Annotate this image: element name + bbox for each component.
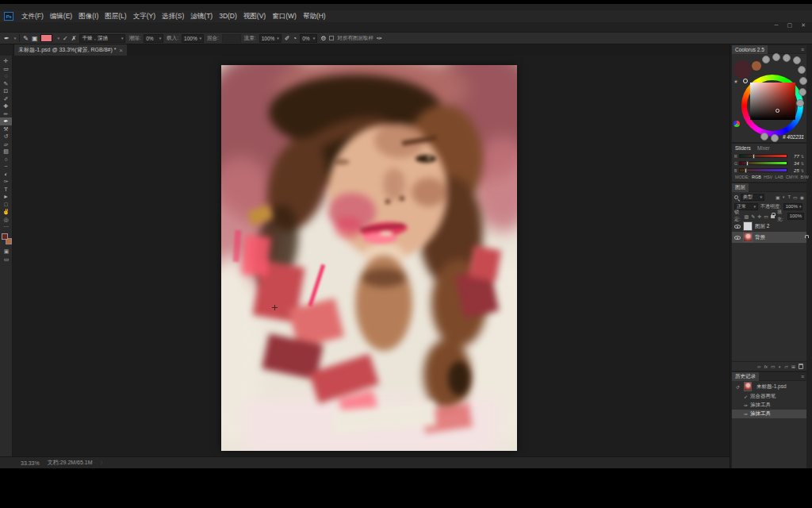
mixer-swatch[interactable]: [762, 56, 770, 64]
fill-input[interactable]: 100%: [787, 213, 804, 220]
layer-filter-select[interactable]: 类型 ▾: [741, 194, 764, 201]
link-layers-icon[interactable]: ∞: [757, 364, 760, 369]
brush-load-color-swatch[interactable]: [40, 34, 52, 42]
delete-layer-icon[interactable]: [799, 364, 803, 369]
slider-handle[interactable]: [745, 168, 747, 173]
layer-row-图层 2[interactable]: 图层 2: [732, 221, 806, 232]
channel-value[interactable]: 77: [789, 154, 799, 159]
rgb-mode-icon[interactable]: [733, 121, 740, 127]
tool-clone-stamp[interactable]: ⚒: [0, 125, 12, 133]
menu-item[interactable]: 帮助(H): [300, 10, 329, 22]
mode-rgb[interactable]: RGB: [752, 175, 761, 179]
tool-history-brush[interactable]: ↺: [0, 133, 12, 140]
secondary-color-swatch[interactable]: [752, 61, 761, 71]
mixer-swatch[interactable]: [799, 77, 807, 85]
document-tab[interactable]: 未标题-1.psd @ 33.3%(背景, RGB/8#) * ×: [14, 44, 127, 56]
tool-gradient[interactable]: ▧: [0, 148, 12, 156]
filter-adjustment-icon[interactable]: ◐: [783, 194, 786, 200]
menu-item[interactable]: 窗口(W): [269, 10, 300, 22]
canvas-document[interactable]: [221, 65, 517, 451]
tool-path-select[interactable]: ►: [0, 193, 12, 201]
lock-artboard-icon[interactable]: ▭: [764, 214, 768, 219]
channel-slider[interactable]: [739, 161, 787, 165]
layers-tab[interactable]: 图层: [732, 183, 749, 192]
tool-zoom[interactable]: ◎: [0, 216, 12, 224]
saturation-value-square[interactable]: [750, 83, 795, 120]
tool-hand[interactable]: ✌: [0, 208, 12, 216]
quick-mask-icon[interactable]: ▣: [0, 248, 13, 256]
tool-lasso[interactable]: ◌: [0, 72, 12, 80]
hue-cursor[interactable]: [743, 79, 748, 83]
mode-lab[interactable]: LAB: [775, 175, 783, 179]
tool-mixer-brush[interactable]: ✒: [0, 117, 12, 125]
close-icon[interactable]: ✕: [801, 22, 806, 29]
sv-cursor[interactable]: [776, 109, 779, 113]
filter-smart-icon[interactable]: ◉: [800, 194, 804, 200]
channel-slider[interactable]: [739, 168, 787, 172]
swatch-caret-icon[interactable]: ▾: [57, 36, 59, 40]
tool-edit-toolbar[interactable]: ⋯: [0, 223, 12, 231]
smoothing-icon[interactable]: ◔: [293, 35, 297, 42]
mix-input[interactable]: [222, 34, 241, 43]
layer-thumbnail[interactable]: [743, 221, 753, 231]
tool-type[interactable]: T: [0, 186, 12, 194]
lock-paint-icon[interactable]: ✎: [751, 214, 755, 219]
mixer-swatch[interactable]: [760, 133, 768, 140]
tool-pen[interactable]: ✑: [0, 178, 12, 186]
mixer-swatch[interactable]: [798, 66, 806, 74]
mixer-swatch[interactable]: [783, 54, 791, 62]
lock-transparency-icon[interactable]: ▨: [745, 214, 749, 219]
menu-item[interactable]: 图像(I): [75, 10, 102, 22]
panel-menu-icon[interactable]: ≡: [801, 374, 804, 379]
adjustment-layer-icon[interactable]: ◐: [779, 364, 782, 369]
gear-icon[interactable]: ⚙: [320, 35, 326, 42]
primary-color-swatch[interactable]: [733, 60, 752, 79]
history-item[interactable]: ↺ 未标题-1.psd: [732, 381, 806, 392]
tool-quick-select[interactable]: ✎: [0, 80, 12, 88]
filter-type-icon[interactable]: T: [787, 194, 791, 200]
channel-slider[interactable]: [739, 154, 787, 158]
tool-preset-icon[interactable]: ✒: [4, 35, 10, 42]
menu-item[interactable]: 文字(Y): [130, 10, 159, 22]
slider-handle[interactable]: [746, 161, 749, 166]
slider-handle[interactable]: [753, 154, 755, 159]
brightness-icon[interactable]: ☀: [733, 79, 737, 84]
history-item[interactable]: ✑ 涂抹工具: [732, 410, 806, 418]
tool-blur[interactable]: ○: [0, 156, 12, 164]
mixer-swatch[interactable]: [772, 53, 780, 61]
menu-item[interactable]: 文件(F): [18, 10, 47, 22]
mixer-swatch[interactable]: [771, 134, 779, 142]
wet-input[interactable]: 0% ▾: [144, 34, 163, 43]
menu-item[interactable]: 编辑(E): [47, 10, 75, 22]
flow-input[interactable]: 100% ▾: [259, 34, 282, 43]
foreground-color-swatch[interactable]: [2, 233, 8, 240]
clean-brush-icon[interactable]: ✗: [71, 35, 77, 42]
zoom-level[interactable]: 33.33%: [21, 460, 40, 466]
layer-group-icon[interactable]: ▱: [784, 364, 788, 369]
tool-healing-brush[interactable]: ✚: [0, 102, 12, 110]
lock-all-icon[interactable]: [771, 215, 775, 218]
menu-item[interactable]: 选择(S): [159, 10, 187, 22]
status-menu-chevron-icon[interactable]: 〉: [101, 460, 105, 467]
menu-item[interactable]: 3D(D): [216, 10, 240, 22]
maximize-icon[interactable]: ▢: [787, 22, 793, 29]
mixer-swatch[interactable]: [799, 88, 806, 96]
pressure-size-icon[interactable]: ✑: [377, 35, 382, 42]
mixer-preset-select[interactable]: 干燥，深描 ▾: [79, 34, 125, 43]
visibility-eye-icon[interactable]: [734, 236, 741, 240]
panel-toggle-icon[interactable]: ▣: [32, 35, 38, 42]
new-layer-icon[interactable]: ⊞: [791, 364, 795, 369]
history-item[interactable]: ✓ 混合器画笔: [732, 392, 806, 401]
history-item[interactable]: ✑ 涂抹工具: [732, 401, 806, 410]
visibility-eye-icon[interactable]: [734, 225, 741, 229]
channel-value[interactable]: 25: [789, 168, 799, 173]
tool-preset-caret-icon[interactable]: ▾: [14, 36, 17, 40]
stepper-icon[interactable]: ⇅: [801, 168, 804, 173]
coolorus-tab[interactable]: Coolorus 2.5: [732, 45, 768, 54]
stepper-icon[interactable]: ⇅: [801, 154, 804, 159]
load-brush-icon[interactable]: ✓: [63, 35, 68, 42]
tool-dodge[interactable]: ◐: [0, 171, 12, 179]
filter-shape-icon[interactable]: ▭: [793, 194, 798, 200]
tool-brush[interactable]: ✏: [0, 110, 12, 118]
history-source-toggle[interactable]: ↺: [734, 384, 741, 390]
